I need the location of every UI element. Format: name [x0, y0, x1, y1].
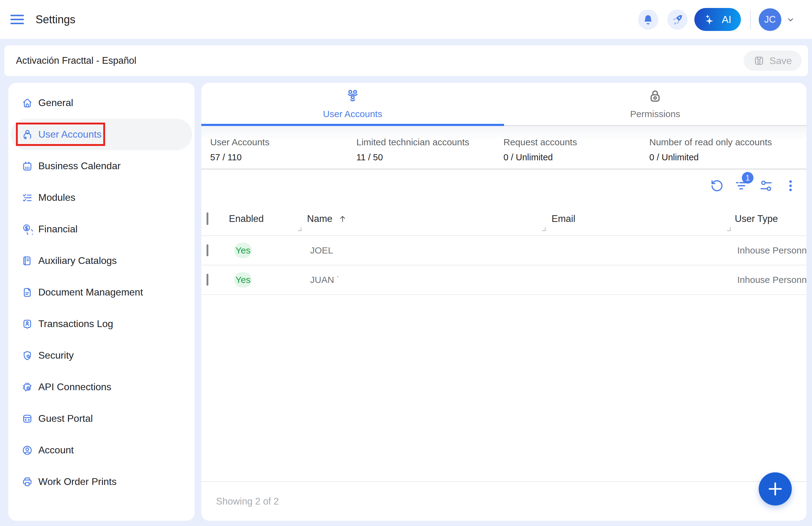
stat-label: Limited technician accounts — [357, 137, 504, 147]
sidebar-item-document-management[interactable]: Document Management — [11, 276, 192, 308]
cell-name: JOEL — [310, 245, 552, 256]
sidebar-item-label: Guest Portal — [38, 413, 93, 424]
user-circle-icon — [22, 445, 33, 456]
browser-code-icon — [22, 413, 33, 424]
sidebar-item-label: Business Calendar — [38, 160, 121, 172]
refresh-icon[interactable] — [710, 179, 724, 193]
user-accounts-panel: User Accounts Permissions User Accounts … — [201, 83, 807, 521]
select-all-checkbox[interactable] — [206, 212, 208, 225]
column-header-email[interactable]: Email — [552, 213, 735, 224]
cell-user-type: Inhouse Personnel — [737, 275, 807, 285]
column-header-user-type[interactable]: User Type — [735, 213, 807, 224]
sidebar-item-guest-portal[interactable]: Guest Portal — [11, 403, 192, 434]
add-user-button[interactable] — [759, 472, 792, 506]
divider — [750, 10, 751, 29]
stat-value: 57 / 110 — [210, 152, 357, 162]
sidebar-item-label: Financial — [38, 224, 77, 235]
whats-new-button[interactable] — [667, 10, 687, 30]
app-bar: Settings AI JC — [0, 0, 812, 39]
rocket-icon — [671, 14, 684, 26]
sidebar-item-security[interactable]: Security — [11, 340, 192, 371]
stat-read-only-accounts: Number of read only accounts 0 / Unlimit… — [649, 137, 807, 169]
sidebar-item-work-order-prints[interactable]: Work Order Prints — [11, 466, 192, 497]
sort-ascending-icon — [338, 214, 347, 224]
chip-gear-icon — [22, 382, 33, 393]
ai-assistant-button[interactable]: AI — [694, 8, 741, 31]
cell-user-type: Inhouse Personnel — [737, 245, 807, 256]
column-resize-handle[interactable] — [298, 227, 302, 231]
stat-value: 0 / Unlimited — [649, 152, 807, 162]
user-badge-icon — [22, 318, 33, 329]
tab-permissions[interactable]: Permissions — [504, 83, 807, 125]
column-resize-handle[interactable] — [727, 227, 731, 231]
sidebar-item-financial[interactable]: Financial — [11, 213, 192, 245]
tab-user-accounts[interactable]: User Accounts — [201, 83, 504, 125]
user-plus-icon — [22, 129, 33, 140]
table-row[interactable]: Yes JOEL Inhouse Personnel — [201, 236, 807, 266]
account-limits-summary: User Accounts 57 / 110 Limited technicia… — [201, 126, 807, 170]
sidebar-item-label: API Connections — [38, 381, 111, 393]
stat-limited-technician-accounts: Limited technician accounts 11 / 50 — [357, 137, 504, 169]
enabled-badge: Yes — [234, 243, 252, 258]
more-options-icon[interactable] — [783, 179, 798, 193]
sidebar-item-label: General — [38, 97, 73, 109]
settings-sidebar: General User Accounts Busines — [8, 83, 194, 521]
menu-icon[interactable] — [11, 15, 24, 24]
plus-icon — [768, 481, 783, 497]
document-icon — [22, 287, 33, 298]
people-group-icon — [345, 89, 360, 104]
filter-icon[interactable]: 1 — [735, 179, 749, 193]
list-checks-icon — [22, 192, 33, 203]
enabled-badge: Yes — [234, 272, 252, 287]
ai-button-label: AI — [722, 14, 731, 26]
home-icon — [22, 98, 33, 109]
column-header-enabled[interactable]: Enabled — [229, 213, 307, 224]
sidebar-item-label: Document Management — [38, 287, 143, 298]
sidebar-item-modules[interactable]: Modules — [11, 182, 192, 213]
table-toolbar: 1 — [201, 170, 807, 202]
table-footer: Showing 2 of 2 — [201, 481, 807, 521]
sidebar-item-account[interactable]: Account — [11, 434, 192, 466]
notifications-button[interactable] — [638, 10, 658, 30]
lock-icon — [648, 89, 663, 104]
column-settings-icon[interactable] — [759, 179, 773, 193]
sidebar-item-label: Work Order Prints — [38, 476, 116, 487]
sidebar-item-auxiliary-catalogs[interactable]: Auxiliary Catalogs — [11, 245, 192, 276]
save-icon — [753, 55, 765, 66]
tab-label: User Accounts — [323, 109, 382, 119]
stat-label: Number of read only accounts — [649, 137, 807, 147]
sidebar-item-user-accounts[interactable]: User Accounts — [11, 119, 192, 150]
sidebar-item-label: Account — [38, 444, 74, 456]
user-avatar[interactable]: JC — [759, 8, 781, 31]
stat-value: 0 / Unlimited — [504, 152, 649, 162]
sidebar-item-label: Auxiliary Catalogs — [38, 255, 117, 266]
bell-icon — [642, 14, 654, 26]
sidebar-item-label: Security — [38, 350, 74, 361]
sidebar-item-label: Transactions Log — [38, 318, 113, 329]
save-button-label: Save — [769, 55, 792, 67]
table-header-row: Enabled Name Email User Type — [201, 202, 807, 236]
tab-bar: User Accounts Permissions — [201, 83, 807, 126]
chevron-down-icon[interactable] — [786, 15, 796, 25]
printer-icon — [22, 477, 33, 487]
stat-user-accounts: User Accounts 57 / 110 — [210, 137, 357, 169]
column-resize-handle[interactable] — [542, 227, 546, 231]
sidebar-item-business-calendar[interactable]: Business Calendar — [11, 150, 192, 182]
shield-icon — [22, 350, 33, 361]
table-row[interactable]: Yes JUAN ˙ Inhouse Personnel — [201, 266, 807, 295]
save-button[interactable]: Save — [744, 51, 801, 71]
dollar-circle-icon — [22, 224, 33, 235]
stat-label: User Accounts — [210, 137, 357, 147]
settings-section-title: Activación Fracttal - Español — [16, 55, 136, 66]
tab-label: Permissions — [630, 109, 680, 119]
sidebar-item-api-connections[interactable]: API Connections — [11, 371, 192, 403]
sidebar-item-transactions-log[interactable]: Transactions Log — [11, 308, 192, 340]
column-header-name[interactable]: Name — [307, 213, 552, 224]
sidebar-item-label: User Accounts — [38, 129, 101, 140]
cell-name: JUAN ˙ — [310, 275, 552, 285]
row-checkbox[interactable] — [206, 244, 208, 256]
sparkles-icon — [704, 13, 717, 26]
row-checkbox[interactable] — [206, 274, 208, 286]
sidebar-item-general[interactable]: General — [11, 87, 192, 119]
stat-request-accounts: Request accounts 0 / Unlimited — [504, 137, 649, 169]
